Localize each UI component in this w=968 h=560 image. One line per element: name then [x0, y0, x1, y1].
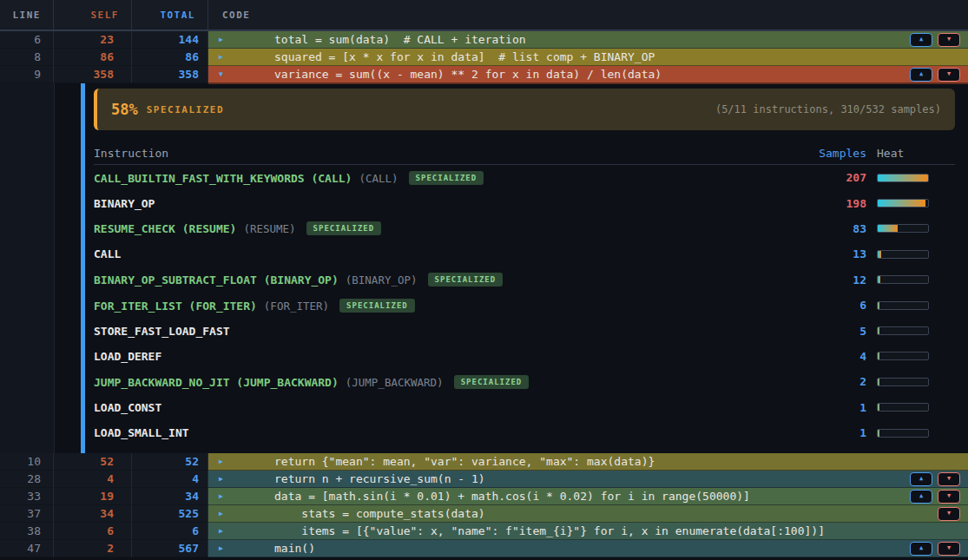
total-samples: 358: [132, 66, 208, 83]
instruction-table-header: Instruction Samples Heat: [94, 142, 955, 165]
code-cell[interactable]: ▶ items = [{"value": x, "name": f"item_{…: [208, 523, 968, 540]
jump-up-button[interactable]: ▲: [910, 490, 932, 504]
heat-bar-fill: [878, 175, 928, 181]
column-header-total[interactable]: TOTAL: [132, 0, 208, 30]
code-cell[interactable]: ▶ stats = compute_stats(data)▼: [208, 505, 968, 523]
code-row[interactable]: 331934▶data = [math.sin(i * 0.01) + math…: [0, 488, 968, 505]
instruction-name: CALL_BUILTIN_FAST_WITH_KEYWORDS (CALL): [94, 172, 352, 185]
self-samples: 34: [54, 505, 132, 523]
nav-buttons: ▲▼: [910, 68, 968, 82]
heat-bar: [877, 378, 929, 386]
code-cell[interactable]: ▶data = [math.sin(i * 0.01) + math.cos(i…: [208, 488, 968, 505]
specialized-badge: SPECIALIZED: [454, 375, 530, 389]
expand-icon[interactable]: ▶: [219, 545, 236, 552]
instruction-name: FOR_ITER_LIST (FOR_ITER): [94, 300, 257, 313]
samples-value: 1: [788, 401, 866, 414]
profiler-window: LINE SELF TOTAL CODE 623144▶total = sum(…: [0, 0, 968, 560]
instruction-row: LOAD_CONST1: [94, 395, 955, 420]
expand-icon[interactable]: ▶: [219, 36, 236, 43]
instruction-name-cell: LOAD_DEREF: [94, 350, 778, 363]
instruction-name-cell: JUMP_BACKWARD_NO_JIT (JUMP_BACKWARD)(JUM…: [94, 375, 778, 389]
code-row[interactable]: 9358358▼variance = sum((x - mean) ** 2 f…: [0, 66, 968, 83]
heat-bar: [877, 199, 929, 208]
samples-value: 83: [788, 222, 866, 235]
line-number: 8: [0, 49, 54, 66]
self-samples: 6: [54, 523, 132, 540]
instruction-base-name: (CALL): [359, 172, 398, 185]
instruction-name: STORE_FAST_LOAD_FAST: [94, 325, 230, 338]
code-row[interactable]: 105252▶return {"mean": mean, "var": vari…: [0, 453, 968, 471]
instruction-row: RESUME_CHECK (RESUME)(RESUME)SPECIALIZED…: [94, 216, 955, 241]
jump-up-button[interactable]: ▲: [910, 542, 932, 556]
expand-icon[interactable]: ▶: [219, 493, 236, 500]
collapse-icon[interactable]: ▼: [219, 71, 236, 78]
code-cell[interactable]: ▶main()▲▼: [208, 540, 968, 557]
heat-bar: [877, 326, 929, 335]
self-samples: 19: [54, 488, 132, 505]
instruction-name-cell: CALL_BUILTIN_FAST_WITH_KEYWORDS (CALL)(C…: [94, 171, 778, 185]
code-row[interactable]: 2844▶return n + recursive_sum(n - 1)▲▼: [0, 471, 968, 488]
instruction-name-cell: STORE_FAST_LOAD_FAST: [94, 325, 778, 338]
panel-accent-bar: [81, 83, 85, 453]
instruction-name-cell: CALL: [94, 247, 778, 260]
expand-icon[interactable]: ▶: [219, 54, 236, 61]
specialized-percent: 58%: [111, 101, 138, 118]
code-text: total = sum(data) # CALL + iteration: [236, 33, 526, 46]
code-row[interactable]: 3734525▶ stats = compute_stats(data)▼: [0, 505, 968, 523]
nav-buttons: ▼: [938, 507, 968, 521]
line-number: 10: [0, 453, 54, 471]
heat-column-header: Heat: [877, 147, 929, 160]
instruction-name-cell: RESUME_CHECK (RESUME)(RESUME)SPECIALIZED: [94, 221, 778, 235]
jump-down-button[interactable]: ▼: [938, 507, 960, 521]
instruction-base-name: (JUMP_BACKWARD): [346, 376, 444, 389]
jump-up-button[interactable]: ▲: [910, 68, 932, 82]
code-row[interactable]: 472567▶main()▲▼: [0, 540, 968, 557]
heat-bar: [877, 352, 929, 360]
code-cell[interactable]: ▶return n + recursive_sum(n - 1)▲▼: [208, 471, 968, 488]
self-samples: 4: [54, 471, 132, 488]
expand-icon[interactable]: ▶: [219, 458, 236, 465]
code-text: main(): [236, 542, 315, 555]
code-text: return {"mean": mean, "var": variance, "…: [236, 455, 655, 468]
samples-column-header[interactable]: Samples: [788, 147, 866, 160]
self-samples: 52: [54, 453, 132, 471]
jump-down-button[interactable]: ▼: [938, 472, 960, 486]
jump-down-button[interactable]: ▼: [938, 542, 960, 556]
instruction-row: BINARY_OP_SUBTRACT_FLOAT (BINARY_OP)(BIN…: [94, 267, 955, 293]
heat-bar-fill: [878, 404, 879, 411]
code-row[interactable]: 623144▶total = sum(data) # CALL + iterat…: [0, 31, 968, 49]
instruction-row: LOAD_SMALL_INT1: [94, 420, 955, 445]
heat-bar: [877, 301, 929, 310]
jump-down-button[interactable]: ▼: [938, 490, 960, 504]
heat-bar-fill: [878, 430, 879, 437]
samples-value: 2: [788, 375, 866, 388]
jump-up-button[interactable]: ▲: [910, 33, 932, 47]
instruction-name-cell: LOAD_SMALL_INT: [94, 426, 778, 439]
heat-bar: [877, 224, 929, 233]
specialization-detail-panel: 58% SPECIALIZED (5/11 instructions, 310/…: [0, 83, 968, 453]
code-rows-bottom: 105252▶return {"mean": mean, "var": vari…: [0, 453, 968, 557]
jump-down-button[interactable]: ▼: [938, 68, 960, 82]
jump-down-button[interactable]: ▼: [938, 33, 960, 47]
samples-value: 198: [788, 197, 866, 210]
code-cell[interactable]: ▶squared = [x * x for x in data] # list …: [208, 49, 968, 66]
instruction-row: CALL13: [94, 241, 955, 267]
heat-bar: [877, 275, 929, 284]
expand-icon[interactable]: ▶: [219, 528, 236, 535]
expand-icon[interactable]: ▶: [219, 476, 236, 483]
line-number: 6: [0, 31, 54, 49]
code-text: stats = compute_stats(data): [236, 507, 485, 520]
code-cell[interactable]: ▶total = sum(data) # CALL + iteration▲▼: [208, 31, 968, 49]
specialized-label: SPECIALIZED: [147, 104, 224, 115]
code-row[interactable]: 3866▶ items = [{"value": x, "name": f"it…: [0, 523, 968, 540]
instruction-row: STORE_FAST_LOAD_FAST5: [94, 318, 955, 343]
instruction-name-cell: BINARY_OP: [94, 197, 778, 210]
code-row[interactable]: 88686▶squared = [x * x for x in data] # …: [0, 49, 968, 66]
code-cell[interactable]: ▶return {"mean": mean, "var": variance, …: [208, 453, 968, 471]
column-header-code: CODE: [208, 0, 968, 30]
expand-icon[interactable]: ▶: [219, 511, 236, 517]
jump-up-button[interactable]: ▲: [910, 472, 932, 486]
code-cell[interactable]: ▼variance = sum((x - mean) ** 2 for x in…: [208, 66, 968, 83]
column-header-self[interactable]: SELF: [54, 0, 132, 30]
total-samples: 144: [132, 31, 208, 49]
